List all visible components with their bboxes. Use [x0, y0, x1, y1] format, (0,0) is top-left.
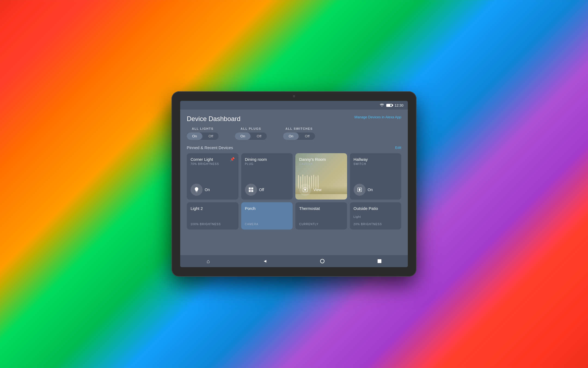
- camera-overlay: Danny's Room CAMERA View: [299, 157, 343, 196]
- screen-content: Device Dashboard Manage Devices in Alexa…: [180, 110, 408, 255]
- device-name: Danny's Room: [299, 157, 343, 162]
- device-card-dannys-room[interactable]: Danny's Room CAMERA View: [295, 153, 347, 200]
- all-switches-off-btn[interactable]: Off: [299, 132, 315, 140]
- device-status-text: Off: [259, 188, 264, 192]
- all-lights-on-btn[interactable]: On: [187, 132, 202, 140]
- device-card-light2[interactable]: Light 2 100% BRIGHTNESS: [187, 202, 238, 230]
- all-plugs-off-btn[interactable]: Off: [251, 132, 267, 140]
- device-name: Outside Patio: [354, 206, 398, 211]
- bottom-navigation: ⌂ ◄: [180, 255, 408, 267]
- device-status-text: On: [368, 188, 373, 192]
- plug-icon: [245, 184, 257, 196]
- device-card-porch[interactable]: Porch CAMERA: [241, 202, 293, 230]
- device-name: Light 2: [191, 206, 235, 211]
- status-time: 12:30: [394, 103, 403, 107]
- svg-rect-3: [251, 190, 253, 192]
- all-switches-toggle: On | Off: [283, 132, 315, 140]
- back-nav-icon[interactable]: ◄: [263, 259, 267, 264]
- edit-link[interactable]: Edit: [395, 146, 401, 150]
- device-type: Light: [354, 215, 398, 218]
- device-name: Thermostat: [299, 206, 343, 211]
- device-type: CAMERA: [245, 223, 289, 226]
- device-name: Dining room: [245, 157, 289, 162]
- device-type: PLUG: [245, 162, 289, 165]
- device-card-hallway[interactable]: Hallway SWITCH On: [350, 153, 402, 200]
- page-title: Device Dashboard: [187, 115, 240, 123]
- pinned-title: Pinned & Recent Devices: [187, 145, 233, 150]
- device-type: SWITCH: [354, 162, 398, 165]
- device-type: 70% BRIGHTNESS: [191, 162, 235, 165]
- all-plugs-label: ALL PLUGS: [241, 127, 261, 130]
- header: Device Dashboard Manage Devices in Alexa…: [187, 115, 401, 123]
- pinned-section-header: Pinned & Recent Devices Edit: [187, 145, 401, 150]
- home-circle-button[interactable]: [320, 259, 324, 263]
- device-name: Porch: [245, 206, 289, 211]
- svg-rect-0: [249, 188, 250, 189]
- pin-icon: 📌: [230, 157, 235, 162]
- device-card-corner-light[interactable]: Corner Light 70% BRIGHTNESS 📌 On: [187, 153, 238, 200]
- device-card-thermostat[interactable]: Thermostat CURRENTLY: [295, 202, 347, 230]
- front-camera: [293, 95, 295, 97]
- device-status-text: On: [205, 188, 210, 192]
- light-icon: [191, 184, 203, 196]
- device-card-outside-patio[interactable]: Outside Patio Light 20% BRIGHTNESS: [350, 202, 402, 230]
- device-status: On: [191, 184, 235, 196]
- all-switches-on-btn[interactable]: On: [283, 132, 299, 140]
- all-switches-label: ALL SWITCHES: [286, 127, 313, 130]
- camera-icon: [299, 184, 311, 196]
- all-lights-off-btn[interactable]: Off: [203, 132, 219, 140]
- all-plugs-on-btn[interactable]: On: [235, 132, 250, 140]
- device-card-dining-room[interactable]: Dining room PLUG Off: [241, 153, 293, 200]
- device-name: Corner Light: [191, 157, 235, 162]
- battery-indicator: [386, 104, 392, 107]
- all-plugs-control: ALL PLUGS On | Off: [235, 127, 267, 140]
- device-subtype: 20% BRIGHTNESS: [354, 223, 398, 226]
- device-type: CAMERA: [299, 162, 343, 165]
- device-name: Hallway: [354, 157, 398, 162]
- switch-icon: [354, 184, 366, 196]
- tablet-device: 12:30 Device Dashboard Manage Devices in…: [171, 91, 416, 277]
- svg-rect-7: [359, 188, 360, 190]
- all-plugs-toggle: On | Off: [235, 132, 267, 140]
- home-nav-icon[interactable]: ⌂: [207, 258, 210, 264]
- all-lights-control: ALL LIGHTS On | Off: [187, 127, 219, 140]
- device-type: CURRENTLY: [299, 223, 343, 226]
- tablet-screen: 12:30 Device Dashboard Manage Devices in…: [180, 101, 408, 267]
- svg-rect-2: [249, 190, 250, 192]
- all-lights-toggle: On | Off: [187, 132, 219, 140]
- device-grid: Corner Light 70% BRIGHTNESS 📌 On: [187, 153, 401, 200]
- device-status-text: View: [313, 188, 321, 192]
- status-bar: 12:30: [180, 101, 408, 110]
- stop-button[interactable]: [378, 259, 381, 263]
- device-status: On: [354, 184, 398, 196]
- all-switches-control: ALL SWITCHES On | Off: [283, 127, 315, 140]
- device-status: Off: [245, 184, 289, 196]
- wifi-icon: [380, 103, 384, 107]
- svg-rect-1: [251, 188, 253, 189]
- device-status: View: [299, 184, 343, 196]
- all-controls-section: ALL LIGHTS On | Off ALL PLUGS On | Off: [187, 127, 401, 140]
- svg-point-4: [304, 189, 306, 191]
- device-grid-row2: Light 2 100% BRIGHTNESS Porch CAMERA The…: [187, 202, 401, 230]
- manage-devices-link[interactable]: Manage Devices in Alexa App: [354, 115, 401, 119]
- device-type: 100% BRIGHTNESS: [191, 223, 235, 226]
- all-lights-label: ALL LIGHTS: [192, 127, 214, 130]
